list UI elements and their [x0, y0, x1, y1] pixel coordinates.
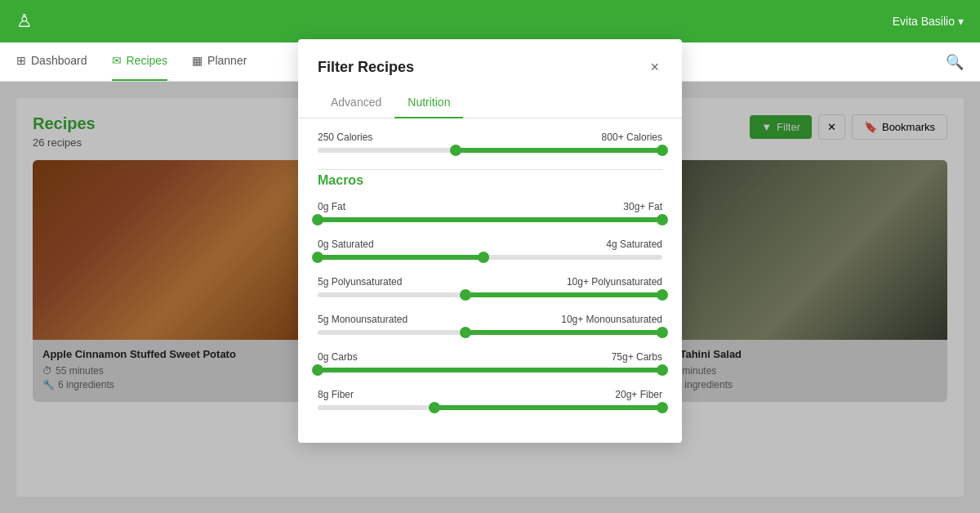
fat-labels: 0g Fat 30g+ Fat: [318, 201, 662, 212]
monounsaturated-slider-row: 5g Monounsaturated 10g+ Monounsaturated: [318, 314, 662, 335]
fiber-thumb-2[interactable]: [657, 402, 668, 413]
calories-slider-row: 250 Calories 800+ Calories: [318, 132, 662, 153]
polyunsaturated-track[interactable]: [318, 292, 662, 297]
planner-icon: ▦: [192, 54, 203, 67]
nav-label-dashboard: Dashboard: [31, 54, 87, 67]
modal-title: Filter Recipes: [318, 59, 414, 76]
user-menu[interactable]: Evita Basilio ▾: [893, 15, 964, 28]
carbs-fill: [318, 368, 662, 372]
nav-item-recipes[interactable]: ✉ Recipes: [112, 42, 168, 81]
saturated-labels: 0g Saturated 4g Saturated: [318, 239, 662, 250]
fat-thumb-2[interactable]: [657, 214, 668, 225]
tab-nutrition[interactable]: Nutrition: [394, 89, 463, 118]
fat-fill: [318, 217, 662, 222]
monounsaturated-thumb-2[interactable]: [657, 327, 668, 338]
tab-advanced[interactable]: Advanced: [318, 89, 394, 118]
carbs-thumb-2[interactable]: [657, 364, 668, 376]
polyunsaturated-labels: 5g Polyunsaturated 10g+ Polyunsaturated: [318, 276, 662, 288]
polyunsaturated-max-label: 10g+ Polyunsaturated: [567, 276, 662, 288]
modal-header: Filter Recipes ×: [298, 39, 682, 79]
fiber-thumb-1[interactable]: [429, 402, 440, 413]
calories-fill: [456, 148, 662, 153]
saturated-thumb-1[interactable]: [312, 252, 323, 263]
recipes-icon: ✉: [112, 54, 122, 67]
fiber-labels: 8g Fiber 20g+ Fiber: [318, 389, 662, 400]
dashboard-icon: ⊞: [16, 54, 26, 67]
monounsaturated-track[interactable]: [318, 330, 662, 335]
saturated-thumb-2[interactable]: [478, 252, 489, 263]
monounsaturated-min-label: 5g Monounsaturated: [318, 314, 408, 325]
polyunsaturated-thumb-2[interactable]: [657, 289, 668, 301]
carbs-slider-row: 0g Carbs 75g+ Carbs: [318, 351, 662, 372]
monounsaturated-thumb-1[interactable]: [460, 327, 471, 338]
calories-min-label: 250 Calories: [318, 132, 372, 143]
fat-min-label: 0g Fat: [318, 201, 345, 212]
nav-item-planner[interactable]: ▦ Planner: [192, 42, 247, 81]
app-header: ♙ Evita Basilio ▾: [0, 0, 980, 42]
monounsaturated-labels: 5g Monounsaturated 10g+ Monounsaturated: [318, 314, 662, 325]
fat-thumb-1[interactable]: [312, 214, 323, 225]
saturated-track[interactable]: [318, 255, 662, 260]
macros-title: Macros: [318, 169, 662, 188]
monounsaturated-max-label: 10g+ Monounsaturated: [561, 314, 662, 325]
search-icon[interactable]: 🔍: [946, 53, 964, 71]
fiber-fill: [434, 405, 662, 410]
calories-labels: 250 Calories 800+ Calories: [318, 132, 662, 143]
fat-track[interactable]: [318, 217, 662, 222]
app-logo: ♙: [16, 11, 33, 32]
modal-body: 250 Calories 800+ Calories Macros 0g Fat…: [298, 118, 682, 443]
fiber-min-label: 8g Fiber: [318, 389, 354, 400]
fiber-slider-row: 8g Fiber 20g+ Fiber: [318, 389, 662, 410]
carbs-labels: 0g Carbs 75g+ Carbs: [318, 351, 662, 363]
saturated-max-label: 4g Saturated: [606, 239, 662, 250]
calories-thumb-2[interactable]: [657, 145, 668, 156]
modal-close-button[interactable]: ×: [647, 56, 662, 79]
fiber-max-label: 20g+ Fiber: [615, 389, 662, 400]
saturated-fill: [318, 255, 483, 260]
nav-item-dashboard[interactable]: ⊞ Dashboard: [16, 42, 87, 81]
carbs-track[interactable]: [318, 368, 662, 372]
carbs-max-label: 75g+ Carbs: [612, 351, 662, 363]
carbs-min-label: 0g Carbs: [318, 351, 358, 363]
modal-tabs: Advanced Nutrition: [298, 79, 682, 118]
calories-thumb-1[interactable]: [450, 145, 461, 156]
saturated-slider-row: 0g Saturated 4g Saturated: [318, 239, 662, 260]
saturated-min-label: 0g Saturated: [318, 239, 374, 250]
polyunsaturated-slider-row: 5g Polyunsaturated 10g+ Polyunsaturated: [318, 276, 662, 297]
fat-slider-row: 0g Fat 30g+ Fat: [318, 201, 662, 222]
fat-max-label: 30g+ Fat: [623, 201, 662, 212]
user-name: Evita Basilio: [893, 15, 955, 28]
calories-track[interactable]: [318, 148, 662, 153]
filter-modal: Filter Recipes × Advanced Nutrition 250 …: [298, 39, 682, 443]
carbs-thumb-1[interactable]: [312, 364, 323, 376]
polyunsaturated-thumb-1[interactable]: [460, 289, 471, 301]
main-content: Recipes 26 recipes ▼ Filter ✕ 🔖 Bookmark…: [0, 82, 980, 513]
nav-label-planner: Planner: [207, 54, 247, 67]
fiber-track[interactable]: [318, 405, 662, 410]
monounsaturated-fill: [466, 330, 662, 335]
polyunsaturated-min-label: 5g Polyunsaturated: [318, 276, 402, 288]
calories-max-label: 800+ Calories: [602, 132, 662, 143]
nav-label-recipes: Recipes: [127, 54, 168, 67]
polyunsaturated-fill: [466, 292, 662, 297]
chevron-down-icon: ▾: [958, 15, 964, 28]
